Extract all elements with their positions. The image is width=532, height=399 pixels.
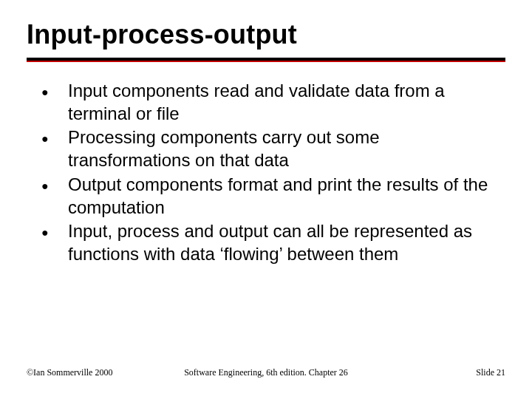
footer-left: ©Ian Sommerville 2000	[27, 367, 168, 378]
bullet-text: Processing components carry out some tra…	[68, 126, 497, 171]
bullet-list: ● Input components read and validate dat…	[41, 80, 497, 266]
bullet-icon: ●	[41, 225, 68, 240]
slide-title: Input-process-output	[27, 19, 505, 50]
bullet-text: Output components format and print the r…	[68, 174, 497, 219]
list-item: ● Output components format and print the…	[41, 174, 497, 219]
list-item: ● Processing components carry out some t…	[41, 126, 497, 171]
bullet-text: Input, process and output can all be rep…	[68, 220, 497, 265]
slide: Input-process-output ● Input components …	[0, 0, 532, 399]
footer-center: Software Engineering, 6th edition. Chapt…	[168, 367, 365, 378]
bullet-icon: ●	[41, 179, 68, 194]
bullet-icon: ●	[41, 132, 68, 146]
list-item: ● Input components read and validate dat…	[41, 80, 497, 125]
slide-footer: ©Ian Sommerville 2000 Software Engineeri…	[0, 367, 532, 378]
list-item: ● Input, process and output can all be r…	[41, 220, 497, 265]
slide-body: ● Input components read and validate dat…	[27, 62, 505, 266]
bullet-icon: ●	[41, 85, 68, 100]
bullet-text: Input components read and validate data …	[68, 80, 497, 125]
footer-right: Slide 21	[364, 367, 505, 378]
